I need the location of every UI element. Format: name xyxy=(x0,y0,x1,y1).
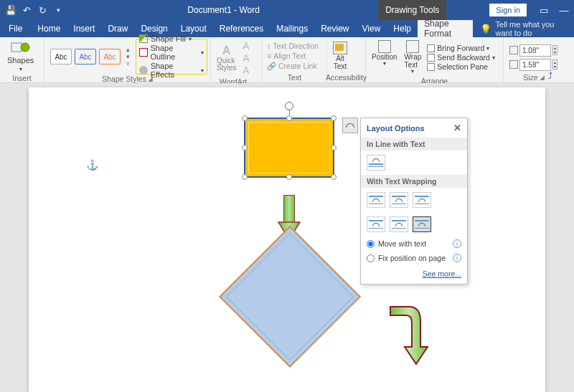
group-wordart-styles: A Quick Styles AAA WordArt Styles◢ xyxy=(211,37,263,82)
group-label-accessibility: Accessibility xyxy=(330,73,362,82)
undo-icon[interactable]: ↶ xyxy=(19,2,34,18)
ribbon-display-icon[interactable]: ▭ xyxy=(534,0,554,20)
bring-forward-button[interactable]: Bring Forward▾ xyxy=(427,44,495,52)
height-value[interactable]: 1.08" xyxy=(519,44,551,57)
style-swatch-3[interactable]: Abc xyxy=(99,49,121,64)
bring-forward-icon xyxy=(427,44,435,52)
shape-effects-icon xyxy=(139,66,148,75)
tab-file[interactable]: File xyxy=(0,20,31,37)
group-arrange: Position▾ Wrap Text▾ Bring Forward▾ Send… xyxy=(366,37,504,82)
diamond-shape[interactable] xyxy=(240,247,340,347)
move-with-text-radio[interactable]: Move with text i xyxy=(361,236,467,251)
send-backward-icon xyxy=(427,54,435,62)
width-icon xyxy=(509,60,518,69)
tab-home[interactable]: Home xyxy=(31,20,67,37)
tab-references[interactable]: References xyxy=(213,20,270,37)
qat-customize-icon[interactable]: ▾ xyxy=(50,2,66,18)
group-insert-shapes: Shapes ▾ Insert Shapes xyxy=(0,37,44,82)
group-label-shape-styles: Shape Styles xyxy=(102,75,146,83)
wrap-inline-button[interactable] xyxy=(367,155,385,171)
tab-review[interactable]: Review xyxy=(314,20,355,37)
inline-section-label: In Line with Text xyxy=(361,138,467,150)
page[interactable]: ⚓ Layout Opti xyxy=(29,87,545,392)
style-gallery-more[interactable]: ▴▾▿ xyxy=(125,46,131,67)
width-spinner[interactable]: ▴▾ xyxy=(552,59,557,70)
resize-handle[interactable] xyxy=(331,174,337,180)
shape-style-commands-highlighted: Shape Fill▾ Shape Outline▾ Shape Effects… xyxy=(136,39,207,75)
resize-handle[interactable] xyxy=(242,115,248,121)
height-input-row[interactable]: 1.08"▴▾ xyxy=(509,44,557,57)
close-icon[interactable]: ✕ xyxy=(453,123,461,133)
document-title: Document1 - Word xyxy=(69,5,378,15)
tab-shape-format[interactable]: Shape Format xyxy=(418,20,473,37)
anchor-icon[interactable]: ⚓ xyxy=(86,159,98,171)
svg-point-1 xyxy=(21,43,29,52)
tab-draw[interactable]: Draw xyxy=(101,20,134,37)
title-bar: 💾 ↶ ↻ ▾ Document1 - Word Drawing Tools S… xyxy=(0,0,574,20)
resize-handle[interactable] xyxy=(286,115,292,121)
group-label-size: Size xyxy=(523,73,537,82)
selection-pane-button[interactable]: Selection Pane xyxy=(427,62,495,71)
tab-help[interactable]: Help xyxy=(387,20,418,37)
shape-styles-launcher-icon[interactable]: ◢ xyxy=(148,75,153,82)
shapes-label: Shapes xyxy=(7,56,34,64)
wrap-topbottom-button[interactable] xyxy=(367,216,385,232)
see-more-link[interactable]: See more... xyxy=(361,265,467,284)
position-button[interactable]: Position▾ xyxy=(369,39,400,77)
style-gallery[interactable]: Abc Abc Abc xyxy=(47,49,123,64)
sign-in-button[interactable]: Sign in xyxy=(489,4,527,16)
group-label-text: Text xyxy=(265,73,324,82)
style-swatch-1[interactable]: Abc xyxy=(50,49,72,64)
style-swatch-2[interactable]: Abc xyxy=(75,49,96,64)
curved-arrow-shape[interactable] xyxy=(387,302,430,367)
shape-outline-icon xyxy=(139,48,148,57)
tab-insert[interactable]: Insert xyxy=(67,20,101,37)
layout-options-toggle[interactable] xyxy=(342,118,358,133)
send-backward-button[interactable]: Send Backward▾ xyxy=(427,53,495,62)
rectangle-shape-selected[interactable] xyxy=(244,118,334,178)
alt-text-icon xyxy=(333,42,347,54)
fix-position-input[interactable] xyxy=(367,254,375,262)
fix-position-radio[interactable]: Fix position on page i xyxy=(361,251,467,265)
rotation-handle[interactable] xyxy=(285,102,293,110)
wrap-behind-button[interactable] xyxy=(390,216,408,232)
text-direction-button: ↕Text Direction xyxy=(267,42,319,50)
width-input-row[interactable]: 1.58"▴▾ xyxy=(509,59,557,71)
width-value[interactable]: 1.58" xyxy=(519,59,551,71)
resize-handle[interactable] xyxy=(331,115,337,121)
tell-me-search[interactable]: 💡 Tell me what you want to do xyxy=(473,20,574,37)
shape-outline-button[interactable]: Shape Outline▾ xyxy=(139,44,204,61)
wrap-tight-button[interactable] xyxy=(390,192,408,208)
redo-icon[interactable]: ↻ xyxy=(34,2,50,18)
resize-handle[interactable] xyxy=(331,145,337,150)
resize-handle[interactable] xyxy=(242,174,248,180)
tab-view[interactable]: View xyxy=(356,20,387,37)
alt-text-button[interactable]: Alt Text xyxy=(330,40,350,72)
shape-fill-icon xyxy=(139,34,148,43)
ribbon: Shapes ▾ Insert Shapes Abc Abc Abc ▴▾▿ S… xyxy=(0,37,574,83)
move-with-text-input[interactable] xyxy=(367,240,375,248)
save-icon[interactable]: 💾 xyxy=(3,2,19,18)
info-icon[interactable]: i xyxy=(453,239,461,248)
tell-me-label: Tell me what you want to do xyxy=(496,20,567,37)
shapes-gallery-button[interactable]: Shapes ▾ xyxy=(3,39,38,74)
resize-handle[interactable] xyxy=(242,145,248,150)
height-spinner[interactable]: ▴▾ xyxy=(552,45,557,55)
document-area: ⚓ Layout Opti xyxy=(0,83,574,392)
wordart-format-buttons[interactable]: AAA xyxy=(240,39,251,77)
lightbulb-icon: 💡 xyxy=(480,24,491,34)
tab-mailings[interactable]: Mailings xyxy=(270,20,314,37)
wrap-through-button[interactable] xyxy=(413,192,431,208)
wrap-front-button[interactable] xyxy=(413,216,431,232)
size-launcher-icon[interactable]: ◢ xyxy=(540,74,545,81)
shape-fill-button[interactable]: Shape Fill▾ xyxy=(139,34,204,43)
share-icon[interactable]: ⤴ xyxy=(548,71,561,81)
height-icon xyxy=(509,46,518,54)
wrap-text-button[interactable]: Wrap Text▾ xyxy=(402,39,425,77)
resize-handle[interactable] xyxy=(286,174,292,180)
info-icon[interactable]: i xyxy=(453,254,461,262)
quick-styles-button[interactable]: A Quick Styles xyxy=(214,43,239,73)
wrap-square-button[interactable] xyxy=(367,192,385,208)
minimize-icon[interactable]: — xyxy=(554,0,574,20)
layout-options-title: Layout Options xyxy=(367,124,425,133)
